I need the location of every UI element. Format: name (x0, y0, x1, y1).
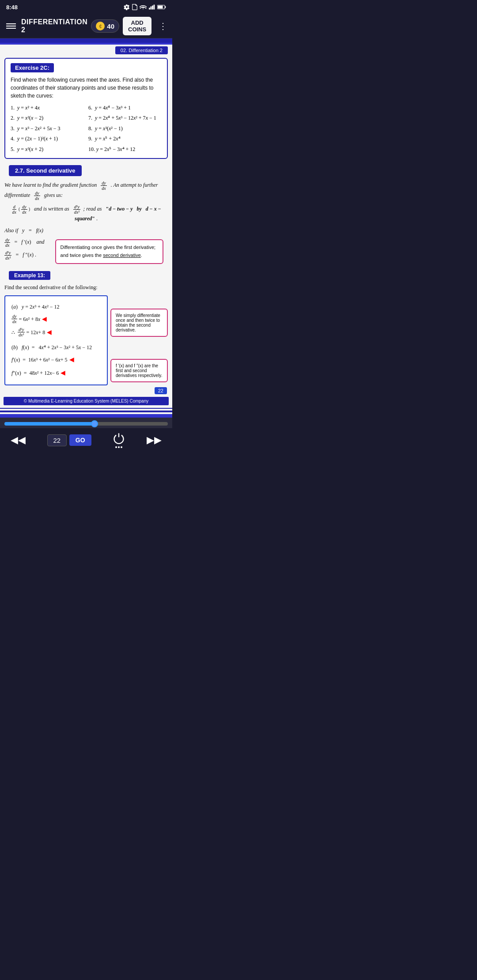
power-icon (113, 433, 125, 445)
app-header: DIFFERENTIATION 2 ₵ 40 ADD COINS ⋮ (0, 14, 172, 38)
eq-2: 2. y = x²(x − 2) (11, 113, 84, 122)
power-dots (115, 446, 122, 448)
example-layout: (a) y = 2x³ + 4x² − 12 dy dx = 6x² + 8x … (4, 295, 168, 385)
dy-dx-frac: dy dx (101, 181, 106, 191)
svg-rect-2 (152, 6, 153, 10)
eq-8: 8. y = x³(x² − 1) (88, 124, 162, 133)
bottom-banner (0, 411, 172, 412)
math-display-1: d dx ( dy dx ) and is written as d²y dx²… (4, 204, 168, 223)
settings-icon (124, 4, 130, 10)
d-dx-frac: d dx (11, 204, 17, 215)
also-if-line: Also if y = f(x) (4, 226, 168, 235)
page-number: 22 (155, 387, 167, 394)
left-deriv: dy dx = f ′(x) and d²y dx² = f ″(x) . (4, 237, 45, 260)
annotation-text-2: f ′(x) and f ″(x) are the first and seco… (116, 363, 162, 378)
page-input-group: 22 GO (47, 434, 91, 446)
arrow-b2: ◀ (61, 367, 65, 379)
example-title: Example 13: (9, 271, 50, 280)
more-options-button[interactable]: ⋮ (155, 19, 171, 33)
svg-rect-3 (154, 4, 155, 9)
info-box-first-second: Differentiating once gives the first der… (55, 239, 163, 264)
d2y-dx2-eq-frac: d²y dx² (4, 250, 11, 260)
ex-b-line2: f ″(x) = 48x² + 12x − 6 ◀ (11, 367, 101, 379)
section-label: 02. Differentiation 2 (115, 46, 168, 54)
battery-icon (157, 4, 166, 10)
eq-5: 5. y = x³(x + 2) (11, 145, 84, 154)
exercise-intro: Find where the following curves meet the… (11, 76, 162, 100)
eq-1: 1. y = x² + 4x (11, 103, 84, 112)
second-deriv-heading: 2.7. Second derivative (9, 165, 82, 176)
eq-10: 10. y = 2x⁵ − 3x⁴ + 12 (88, 145, 162, 154)
info-box-text: Differentiating once gives the first der… (61, 245, 156, 258)
svg-rect-0 (149, 8, 150, 9)
section-label-row: 02. Differentiation 2 (0, 46, 172, 54)
arrow-a2: ◀ (47, 326, 52, 339)
progress-bar-container (0, 418, 172, 428)
annotation-column: We simply differentiate once and then tw… (110, 295, 168, 385)
top-banner2 (0, 43, 172, 45)
exercise-box: Exercise 2C: Find where the following cu… (4, 58, 168, 159)
progress-bar-track[interactable] (4, 422, 168, 426)
coins-count: 40 (107, 23, 114, 30)
arrow-a1: ◀ (42, 313, 47, 325)
bottom-nav: ◀◀ 22 GO ▶▶ (0, 428, 172, 455)
footer: © Multimedia E-Learning Education System… (4, 397, 169, 405)
go-button[interactable]: GO (69, 434, 91, 446)
add-coins-button[interactable]: ADD COINS (123, 17, 151, 35)
progress-bar-thumb (91, 420, 98, 427)
body-text-1: We have learnt to find the gradient func… (4, 181, 168, 266)
svg-rect-1 (151, 7, 152, 10)
coins-badge[interactable]: ₵ 40 (91, 19, 119, 33)
status-icons (124, 4, 166, 10)
dy-dx-frac2: dy dx (34, 191, 40, 201)
status-time: 8:48 (6, 4, 18, 11)
dy-dx-eq-frac: dy dx (4, 237, 10, 248)
find-text: Find the second derivative of the follow… (4, 284, 98, 290)
wifi-icon (140, 4, 147, 10)
ex-b-title: (b) f(x) = 4x⁴ + 2x³ − 3x² + 5x − 12 (11, 342, 101, 353)
prev-icon: ◀◀ (11, 434, 26, 446)
eq-3: 3. y = x³ − 2x² + 5x − 3 (11, 124, 84, 133)
separator-1 (0, 408, 172, 409)
section-heading-row: 2.7. Second derivative (4, 162, 168, 179)
example-find-text: Find the second derivative of the follow… (4, 283, 168, 292)
progress-bar-fill (4, 422, 95, 426)
ex-a-line2: ∴ d²y dx² = 12x + 8 ◀ (11, 326, 101, 339)
body-text-line1: We have learnt to find the gradient func… (4, 182, 158, 198)
eq-4: 4. y = (2x − 1)²(x + 1) (11, 134, 84, 143)
ex-b-line1: f ′(x) = 16x³ + 6x² − 6x + 5 ◀ (11, 354, 101, 366)
content-area: 02. Differentiation 2 Exercise 2C: Find … (0, 38, 172, 418)
top-banner (0, 38, 172, 43)
math-box-a: (a) y = 2x³ + 4x² − 12 dy dx = 6x² + 8x … (4, 295, 108, 385)
annotation-text-1: We simply differentiate once and then tw… (116, 313, 160, 332)
dy-dx-a: dy dx (11, 314, 17, 324)
svg-rect-5 (158, 6, 163, 8)
next-button[interactable]: ▶▶ (147, 434, 162, 446)
next-icon: ▶▶ (147, 434, 162, 446)
bottom-banner2 (0, 414, 172, 418)
dy-dx-eq: dy dx = f ′(x) and (4, 237, 45, 248)
eq-9: 9. y = x⁵ + 2x⁴ (88, 134, 162, 143)
page-number-input[interactable]: 22 (47, 434, 67, 446)
derivative-equations-row: dy dx = f ′(x) and d²y dx² = f ″(x) . Di… (4, 237, 168, 265)
svg-rect-6 (165, 6, 166, 8)
d2y-dx2-frac: d²y dx² (73, 204, 80, 215)
signal-icon (149, 4, 155, 10)
header-title: DIFFERENTIATION 2 (21, 18, 87, 34)
coin-icon: ₵ (96, 22, 105, 30)
prev-button[interactable]: ◀◀ (11, 434, 26, 446)
ex-a-line1: dy dx = 6x² + 8x ◀ (11, 313, 101, 325)
menu-button[interactable] (4, 22, 18, 30)
d2y-dx2-eq: d²y dx² = f ″(x) . (4, 250, 45, 260)
eq-7: 7. y = 2x⁴ + 5x³ − 12x² + 7x − 1 (88, 113, 162, 122)
equations-grid: 1. y = x² + 4x 6. y = 4x⁴ − 3x³ + 1 2. y… (11, 103, 162, 154)
status-bar: 8:48 (0, 0, 172, 14)
annotation-box-2: f ′(x) and f ″(x) are the first and seco… (110, 359, 168, 382)
document-icon (132, 4, 137, 10)
arrow-b1: ◀ (69, 354, 74, 366)
eq-6: 6. y = 4x⁴ − 3x³ + 1 (88, 103, 162, 112)
second-derivative-underline: second derivative (103, 253, 141, 258)
exercise-title: Exercise 2C: (11, 63, 54, 72)
inner-frac: dy dx (21, 204, 27, 215)
power-button[interactable] (113, 433, 125, 448)
